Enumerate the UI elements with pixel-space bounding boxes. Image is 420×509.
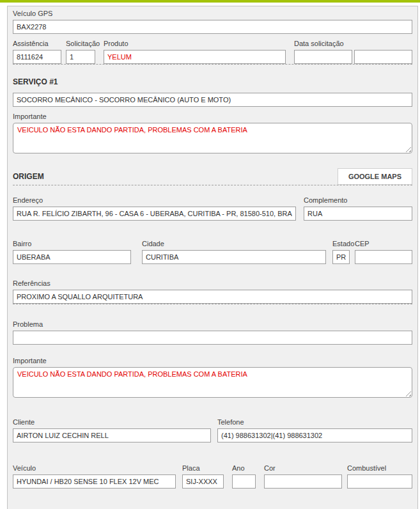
google-maps-button[interactable]: GOOGLE MAPS — [338, 168, 412, 185]
telefone-label: Telefone — [217, 418, 412, 427]
servico-tipo-input[interactable] — [13, 93, 412, 107]
cidade-field: Cidade — [142, 240, 326, 264]
cep-label: CEP — [355, 240, 412, 248]
endereco-input[interactable] — [13, 207, 296, 221]
servico-importante-textarea[interactable]: VEICULO NÃO ESTA DANDO PARTIDA, PROBLEMA… — [13, 123, 412, 153]
bairro-label: Bairro — [13, 240, 131, 248]
data-solicitacao-field: Data solicitação — [294, 40, 412, 64]
cliente-row: Cliente Telefone — [13, 418, 412, 442]
complemento-input[interactable] — [304, 207, 412, 221]
referencias-input[interactable] — [13, 290, 412, 304]
ano-label: Ano — [232, 464, 256, 473]
ano-input[interactable] — [232, 474, 256, 489]
origem-importante-wrap: VEICULO NÃO ESTA DANDO PARTIDA, PROBLEMA… — [13, 367, 412, 398]
servico-importante-wrap: VEICULO NÃO ESTA DANDO PARTIDA, PROBLEMA… — [13, 123, 412, 153]
separator — [13, 64, 412, 65]
cliente-label: Cliente — [13, 418, 211, 427]
solicitacao-input[interactable] — [66, 50, 95, 64]
data-solicitacao-time-input[interactable] — [354, 50, 412, 64]
endereco-label: Endereço — [13, 196, 296, 205]
solicitacao-label: Solicitação — [66, 40, 95, 48]
data-solicitacao-group — [294, 50, 412, 64]
cidade-label: Cidade — [142, 240, 326, 248]
problema-label: Problema — [13, 320, 412, 329]
telefone-field: Telefone — [217, 418, 412, 442]
cor-field: Cor — [264, 464, 342, 489]
veiculo-label: Veículo — [13, 464, 176, 473]
veiculo-row: Veículo Placa Ano Cor Combustível — [13, 464, 412, 489]
origem-importante-field: Importante VEICULO NÃO ESTA DANDO PARTID… — [13, 357, 412, 398]
combustivel-field: Combustível — [347, 464, 412, 489]
solicitacao-field: Solicitação — [66, 40, 95, 64]
cliente-field: Cliente — [13, 418, 211, 442]
cep-field: CEP — [355, 240, 412, 264]
endereco-field: Endereço — [13, 196, 296, 221]
top-accent-bar — [0, 0, 420, 3]
referencias-field: Referências — [13, 279, 412, 304]
separator — [13, 185, 412, 185]
bairro-input[interactable] — [13, 250, 131, 264]
origem-heading: ORIGEM — [13, 172, 44, 181]
servico-importante-field: Importante VEICULO NÃO ESTA DANDO PARTID… — [13, 113, 412, 153]
problema-field: Problema — [13, 320, 412, 345]
telefone-input[interactable] — [217, 428, 412, 442]
problema-input[interactable] — [13, 331, 412, 345]
assistencia-field: Assistência — [13, 40, 61, 64]
combustivel-label: Combustível — [347, 464, 412, 473]
produto-input[interactable] — [104, 50, 286, 64]
estado-label: Estado — [332, 240, 350, 248]
complemento-label: Complemento — [304, 196, 412, 205]
service-form-panel: Veículo GPS Assistência Solicitação Prod… — [7, 6, 418, 509]
cor-label: Cor — [264, 464, 342, 473]
origem-importante-textarea[interactable]: VEICULO NÃO ESTA DANDO PARTIDA, PROBLEMA… — [13, 367, 412, 398]
ano-field: Ano — [232, 464, 256, 489]
cliente-input[interactable] — [13, 428, 211, 442]
cep-input[interactable] — [355, 250, 412, 264]
produto-field: Produto — [104, 40, 286, 64]
cor-input[interactable] — [264, 474, 342, 489]
veiculo-field: Veículo — [13, 464, 176, 489]
endereco-row: Endereço Complemento — [13, 196, 412, 221]
assistance-row: Assistência Solicitação Produto Data sol… — [13, 40, 412, 64]
bairro-row: Bairro Cidade Estado CEP — [13, 240, 412, 264]
data-solicitacao-date-input[interactable] — [294, 50, 352, 64]
placa-input[interactable] — [182, 474, 224, 489]
complemento-field: Complemento — [304, 196, 412, 221]
combustivel-input[interactable] — [347, 474, 412, 489]
servico-heading: SERVIÇO #1 — [13, 77, 412, 86]
veiculo-gps-field: Veículo GPS — [13, 10, 412, 34]
origem-header-row: ORIGEM GOOGLE MAPS — [13, 168, 412, 185]
placa-label: Placa — [182, 464, 224, 473]
cidade-input[interactable] — [142, 250, 326, 264]
assistencia-label: Assistência — [13, 40, 61, 48]
estado-input[interactable] — [332, 250, 350, 264]
referencias-label: Referências — [13, 279, 412, 288]
produto-label: Produto — [104, 40, 286, 48]
assistencia-input[interactable] — [13, 50, 61, 64]
data-solicitacao-label: Data solicitação — [294, 40, 412, 48]
origem-importante-label: Importante — [13, 357, 412, 365]
estado-field: Estado — [332, 240, 350, 264]
bairro-field: Bairro — [13, 240, 131, 264]
veiculo-input[interactable] — [13, 474, 176, 489]
placa-field: Placa — [182, 464, 224, 489]
separator — [13, 304, 412, 304]
veiculo-gps-input[interactable] — [13, 20, 412, 34]
servico-importante-label: Importante — [13, 113, 412, 121]
veiculo-gps-label: Veículo GPS — [13, 10, 412, 18]
